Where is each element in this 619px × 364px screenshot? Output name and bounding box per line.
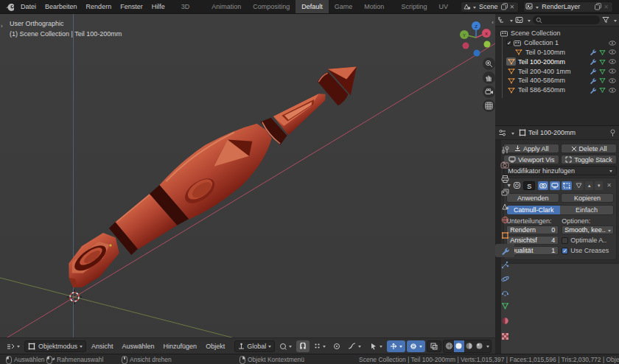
tab-scene[interactable] [495, 200, 514, 213]
tab-scripting[interactable]: Scripting [396, 0, 433, 13]
orthographic-toggle-button[interactable] [483, 99, 495, 112]
filter-icon[interactable] [602, 16, 609, 24]
proportional-editing-toggle[interactable] [330, 340, 343, 352]
tab-material[interactable] [495, 314, 514, 327]
tab-physics[interactable] [495, 272, 514, 285]
camera-view-button[interactable] [483, 85, 495, 98]
tab-uv-edit[interactable]: UV Edit [433, 0, 457, 13]
axis-minus-z-ball[interactable] [474, 50, 480, 57]
mesh-data-icon[interactable] [598, 86, 607, 94]
outliner-search-input[interactable] [533, 15, 600, 24]
render-layer-name-field[interactable]: RenderLayer [539, 3, 595, 10]
modifier-wrench-icon[interactable] [588, 48, 598, 56]
optimal-display-checkbox[interactable]: Optimale A.. [562, 236, 614, 245]
outliner-row-teil-400-586mm[interactable]: Teil 400-586mm [495, 76, 619, 85]
tab-compositing[interactable]: Compositing [247, 0, 295, 13]
transform-orientation-dropdown[interactable]: Global [234, 340, 275, 352]
apply-modifier-button[interactable]: Anwenden [506, 193, 559, 203]
snap-toggle[interactable] [296, 340, 310, 352]
use-creases-checkbox[interactable]: ✓Use Creases [562, 246, 614, 255]
hide-eye-icon[interactable] [607, 57, 617, 66]
snap-target-dropdown[interactable] [311, 340, 329, 352]
tab-motion-tracking[interactable]: Motion Tracking [358, 0, 395, 13]
shading-wireframe-button[interactable] [444, 340, 454, 352]
outliner-row-teil-586-650mm[interactable]: Teil 586-650mm [495, 85, 619, 95]
tab-constraints[interactable] [495, 286, 514, 299]
navigation-gizmo[interactable]: Z Y X [455, 17, 495, 58]
menu-fenster[interactable]: Fenster [116, 0, 147, 13]
overlays-toggle[interactable] [407, 340, 425, 352]
menu-bearbeiten[interactable]: Bearbeiten [41, 0, 82, 13]
move-modifier-up-button[interactable]: ▲ [585, 181, 593, 190]
menu-ansicht[interactable]: Ansicht [88, 343, 117, 350]
outliner-row-teil-0-100mm[interactable]: Teil 0-100mm [495, 48, 619, 57]
outliner-row-teil-100-200mm[interactable]: Teil 100-200mm [495, 57, 619, 66]
menu-hinzufuegen[interactable]: Hinzufügen [160, 343, 201, 350]
outliner-row-collection-1[interactable]: ✓ Collection 1 [495, 38, 619, 48]
shading-material-button[interactable] [464, 340, 475, 352]
menu-rendern[interactable]: Rendern [82, 0, 116, 13]
copy-icon[interactable] [501, 3, 508, 10]
render-layer-icon[interactable] [525, 3, 534, 10]
tab-particles[interactable] [495, 258, 514, 271]
menu-datei[interactable]: Datei [16, 0, 41, 13]
tab-default[interactable]: Default [295, 0, 329, 13]
hide-eye-icon[interactable] [607, 86, 617, 94]
editor-type-icon[interactable] [497, 16, 506, 24]
pivot-point-dropdown[interactable] [276, 340, 295, 352]
zoom-button[interactable] [483, 57, 495, 70]
tab-texture[interactable] [495, 329, 514, 343]
move-modifier-down-button[interactable]: ▼ [595, 181, 603, 190]
menu-auswaehlen[interactable]: Auswählen [119, 343, 158, 350]
delete-all-button[interactable]: Delete All [561, 144, 617, 153]
close-icon[interactable]: ✕ [508, 4, 517, 10]
pan-hand-button[interactable] [483, 71, 495, 84]
modifier-wrench-icon[interactable] [588, 57, 598, 66]
add-modifier-dropdown[interactable]: Modifikator hinzufügen [503, 166, 617, 175]
mesh-object-teil-100-200mm[interactable] [50, 48, 375, 300]
modifier-wrench-icon[interactable] [588, 86, 598, 94]
display-mode-icon[interactable] [515, 16, 523, 24]
show-object-types-dropdown[interactable] [367, 340, 385, 352]
tab-render[interactable] [495, 158, 514, 172]
shading-rendered-button[interactable] [474, 340, 484, 352]
tab-tool[interactable] [495, 143, 514, 156]
shading-solid-button[interactable] [454, 340, 464, 352]
modifier-name-field[interactable]: S [523, 181, 535, 190]
mesh-data-icon[interactable] [598, 77, 607, 85]
modifier-render-toggle[interactable] [538, 181, 548, 190]
delete-modifier-icon[interactable]: ✕ [604, 182, 614, 189]
modifier-wrench-icon[interactable] [588, 67, 598, 75]
modifier-wrench-icon[interactable] [588, 77, 598, 85]
tab-world[interactable] [495, 213, 514, 226]
toggle-stack-button[interactable]: Toggle Stack [561, 155, 617, 164]
3d-scene[interactable] [0, 14, 495, 354]
menu-objekt[interactable]: Objekt [202, 343, 228, 350]
hide-eye-icon[interactable] [607, 39, 617, 47]
menu-hilfe[interactable]: Hilfe [147, 0, 169, 13]
axis-minus-x-ball[interactable] [463, 43, 469, 49]
mesh-data-icon[interactable] [598, 48, 607, 56]
tab-modifiers[interactable] [495, 244, 514, 257]
tab-game-logic[interactable]: Game Logic [329, 0, 359, 13]
scene-name-field[interactable]: Scene [476, 3, 501, 10]
copy-modifier-button[interactable]: Kopieren [561, 193, 614, 203]
copy-icon[interactable] [595, 3, 601, 10]
proportional-falloff-dropdown[interactable] [345, 340, 364, 352]
modifier-editmode-toggle[interactable] [562, 181, 572, 190]
mesh-data-icon[interactable] [598, 57, 607, 66]
3d-viewport[interactable]: User Orthographic (1) Scene Collection |… [0, 14, 495, 354]
xray-toggle[interactable] [427, 340, 441, 352]
axis-minus-y-ball[interactable] [484, 41, 491, 48]
catmull-clark-option[interactable]: Catmull-Clark [507, 206, 560, 214]
gizmos-toggle[interactable] [387, 340, 405, 352]
outliner-row-scene-collection[interactable]: Scene Collection [495, 29, 619, 38]
mesh-data-icon[interactable] [598, 67, 607, 75]
modifier-viewport-toggle[interactable] [550, 181, 560, 190]
shading-dropdown[interactable] [484, 340, 491, 352]
outliner-row-teil-200-400-1mm[interactable]: Teil 200-400 1mm [495, 66, 619, 76]
tab-3d-view-full[interactable]: 3D View Full [175, 0, 206, 13]
blender-logo-icon[interactable] [5, 1, 14, 13]
tab-object-data[interactable] [495, 299, 514, 312]
editor-type-icon[interactable] [498, 129, 507, 137]
